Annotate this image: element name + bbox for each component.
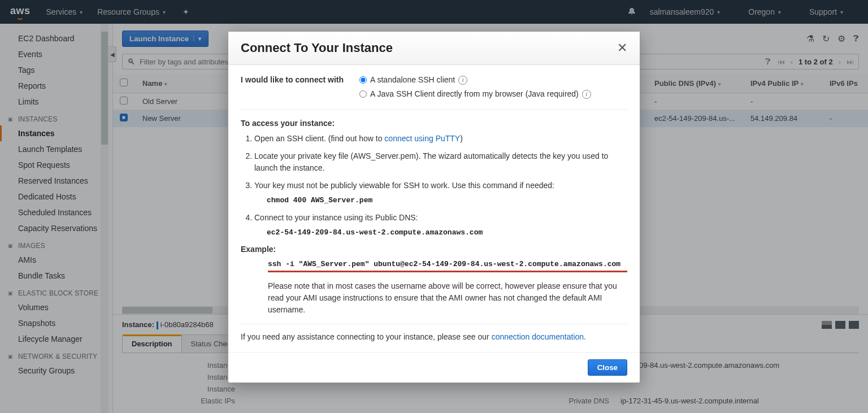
access-heading: To access your instance:: [241, 118, 627, 129]
link-connection-docs[interactable]: connection documentation: [492, 332, 584, 341]
close-button[interactable]: Close: [588, 359, 627, 376]
radio-java-client[interactable]: A Java SSH Client directly from my brows…: [359, 88, 591, 100]
code-dns: ec2-54-149-209-84.us-west-2.compute.amaz…: [267, 227, 627, 238]
close-icon[interactable]: ✕: [617, 41, 627, 55]
modal-overlay: Connect To Your Instance ✕ I would like …: [0, 0, 868, 413]
modal-title: Connect To Your Instance: [241, 41, 393, 55]
connect-with-label: I would like to connect with: [241, 74, 348, 102]
instructions-list: Open an SSH client. (find out how to con…: [254, 133, 627, 238]
code-chmod: chmod 400 AWS_Server.pem: [267, 195, 627, 206]
info-icon[interactable]: i: [458, 76, 467, 85]
help-text: If you need any assistance connecting to…: [241, 324, 627, 343]
info-icon[interactable]: i: [582, 90, 591, 99]
connect-modal: Connect To Your Instance ✕ I would like …: [228, 31, 640, 383]
link-putty[interactable]: connect using PuTTY: [384, 134, 460, 143]
example-heading: Example:: [241, 244, 627, 255]
username-note: Please note that in most cases the usern…: [268, 280, 627, 316]
radio-ssh-client[interactable]: A standalone SSH client i: [359, 74, 591, 86]
code-ssh-example: ssh -i "AWS_Server.pem" ubuntu@ec2-54-14…: [268, 259, 627, 272]
